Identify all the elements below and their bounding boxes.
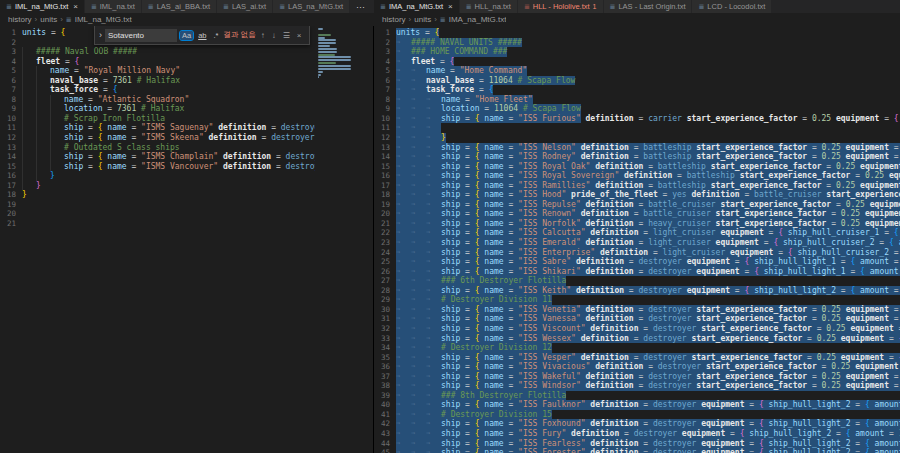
editor-pane-right[interactable]: 1units = {2→##### NAVAL UNITS #####3→###…: [374, 26, 900, 453]
breadcrumb-file[interactable]: IMA_na_MtG.txt: [449, 15, 507, 24]
indent-guide: [36, 162, 50, 172]
line-number: 9: [0, 104, 22, 114]
tab-whitespace-marker: →: [396, 410, 411, 420]
code-token: ship: [441, 200, 460, 209]
tab-iml-na-mtg-txt[interactable]: ≣IML_na_MtG.txt×: [0, 0, 85, 13]
code-token: amount: [875, 419, 900, 428]
code-token: =: [504, 324, 518, 333]
tab-ima-na-mtg-txt[interactable]: ≣IMA_na_MtG.txt×: [374, 0, 460, 13]
code-token: ship: [64, 162, 83, 171]
code-token: {: [850, 257, 860, 266]
code-token: ship: [441, 429, 460, 438]
code-token: =: [639, 324, 653, 333]
code-token: {: [475, 286, 485, 295]
code-token: # Destroyer Division 12: [441, 343, 552, 352]
line-number: 32: [374, 324, 396, 334]
code-area-right[interactable]: 1units = {2→##### NAVAL UNITS #####3→###…: [374, 26, 900, 453]
code-line-content: →→→ship = { name = "ISS Forester" defini…: [396, 448, 900, 453]
code-token: "ISS Renown": [518, 209, 576, 218]
code-token: =: [504, 353, 518, 362]
tab-group-right: ≣IMA_na_MtG.txt×≣HLL_na.txt≣HLL - Hololi…: [374, 0, 900, 13]
code-token: {: [744, 286, 754, 295]
code-token: name: [484, 200, 503, 209]
search-input[interactable]: [105, 29, 177, 42]
code-line: 5name = "Royal Million Navy": [0, 66, 315, 76]
tab-lcd-locodol-txt[interactable]: ≣LCD - Locodol.txt: [692, 0, 772, 13]
code-token: ship_hull_light_2: [749, 429, 831, 438]
code-token: ship: [441, 114, 460, 123]
code-token: ##### NAVAL UNITS #####: [411, 38, 522, 47]
code-token: {: [475, 429, 485, 438]
code-line-content: }: [22, 171, 315, 181]
breadcrumb-left[interactable]: history › units › ≣ IML_na_MtG.txt: [0, 13, 374, 26]
regex-button[interactable]: .*: [212, 31, 221, 40]
code-line-content: [22, 219, 315, 229]
code-line-content: →→→ship = { name = "ISS Keith" definitio…: [396, 286, 900, 296]
breadcrumb-file[interactable]: IML_na_MtG.txt: [75, 15, 132, 24]
code-token: "ISMS Saguenay": [141, 123, 213, 132]
code-token: =: [889, 381, 900, 390]
close-tab-icon[interactable]: ×: [448, 2, 453, 11]
code-token: name: [484, 114, 503, 123]
tab-whitespace-marker: →: [426, 162, 441, 172]
match-case-button[interactable]: Aa: [180, 31, 193, 40]
code-token: name: [441, 95, 460, 104]
tab-iml-na-txt[interactable]: ≣IML_na.txt: [85, 0, 142, 13]
code-line: 38→→→ship = { name = "ISS Windsor" defin…: [374, 381, 900, 391]
selection-highlight: →→→ship = { name = "ISS Wessex" definiti…: [396, 334, 900, 344]
code-token: equipment: [696, 419, 744, 428]
code-token: destroyer: [648, 267, 691, 276]
find-in-selection-button[interactable]: ☰: [281, 31, 292, 40]
code-token: "ISS Keith": [518, 286, 571, 295]
code-token: =: [257, 133, 271, 142]
breadcrumb-segment[interactable]: units: [40, 15, 57, 24]
more-tabs-button[interactable]: ···: [350, 0, 371, 13]
selection-highlight: →→→### 8th Destroyer Flotilla: [396, 391, 566, 401]
previous-match-button[interactable]: ↑: [259, 31, 267, 40]
code-line: 14ship = { name = "ISMS Champlain" defin…: [0, 152, 315, 162]
breadcrumb-segment[interactable]: history: [8, 15, 32, 24]
tab-whitespace-marker: →: [396, 76, 411, 86]
tab-whitespace-marker: →: [411, 200, 426, 210]
tab-whitespace-marker: →: [396, 238, 411, 248]
tab-las-na-mtg-txt[interactable]: ≣LAS_na_MtG.txt: [273, 0, 350, 13]
breadcrumb-segment[interactable]: history: [382, 15, 406, 24]
editor-pane-left[interactable]: 1units = {23##### Naval OOB #####4fleet …: [0, 26, 374, 453]
toggle-replace-icon[interactable]: ›: [99, 30, 102, 40]
next-match-button[interactable]: ↓: [270, 31, 278, 40]
code-token: amount: [875, 439, 900, 448]
line-number: 36: [374, 362, 396, 372]
code-token: ship: [441, 286, 460, 295]
tab-las-ai-txt[interactable]: ≣LAS_ai.txt: [217, 0, 273, 13]
selection-highlight: →→task_force = {: [396, 85, 493, 95]
code-token: 7361: [117, 104, 136, 113]
tab-whitespace-marker: →: [411, 334, 426, 344]
minimap[interactable]: [318, 28, 352, 88]
tab-hll-na-txt[interactable]: ≣HLL_na.txt: [460, 0, 518, 13]
tab-hll-hololive-txt[interactable]: ≣HLL - Hololive.txt1: [518, 0, 604, 13]
code-token: location: [64, 104, 103, 113]
close-tab-icon[interactable]: ×: [73, 2, 78, 11]
tab-whitespace-marker: →: [426, 114, 441, 124]
tab-whitespace-marker: →: [411, 162, 426, 172]
whole-word-button[interactable]: ab: [196, 31, 208, 40]
code-token: =: [460, 362, 474, 371]
tab-las-ai-bba-txt[interactable]: ≣LAS_ai_BBA.txt: [142, 0, 217, 13]
code-token: =: [504, 209, 518, 218]
selection-highlight: →→→### 6th Destroyer Flotilla: [396, 276, 566, 286]
code-line: 30→→→ship = { name = "ISS Venetia" defin…: [374, 305, 900, 315]
code-token: carrier: [648, 114, 682, 123]
indent-guide: [50, 133, 64, 143]
code-token: {: [475, 448, 485, 453]
code-token: definition: [595, 248, 648, 257]
tab-las-last-origin-txt[interactable]: ≣LAS - Last Origin.txt: [604, 0, 693, 13]
code-token: =: [504, 439, 518, 448]
close-find-icon[interactable]: ×: [295, 31, 304, 40]
code-token: =: [460, 95, 474, 104]
breadcrumb-right[interactable]: history › units › ≣ IMA_na_MtG.txt: [374, 13, 506, 26]
code-token: # Scrap Iron Flotilla: [64, 114, 165, 123]
breadcrumb-segment[interactable]: units: [414, 15, 431, 24]
code-area-left[interactable]: 1units = {23##### Naval OOB #####4fleet …: [0, 26, 315, 453]
code-token: equipment: [841, 381, 889, 390]
code-token: destroyer: [653, 324, 696, 333]
